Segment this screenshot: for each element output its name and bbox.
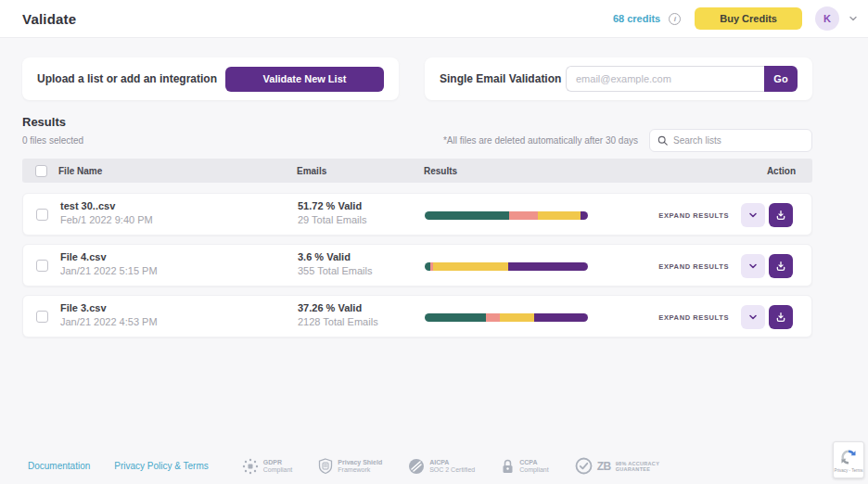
- single-email-input[interactable]: [566, 66, 764, 92]
- search-lists-input[interactable]: [673, 135, 804, 146]
- col-action: Action: [767, 166, 796, 176]
- chevron-down-icon: [747, 261, 759, 272]
- badge-line1: CCPA: [519, 459, 537, 465]
- privacy-shield-icon: [318, 458, 333, 475]
- header-right-cluster: 68 credits i Buy Credits K: [613, 6, 859, 31]
- search-lists-box: [649, 129, 812, 152]
- avatar[interactable]: K: [815, 6, 839, 31]
- emails-block: 3.6 % Valid 355 Total Emails: [298, 251, 373, 276]
- account-chevron-down-icon[interactable]: [848, 13, 859, 24]
- file-name: File 4.csv: [60, 251, 158, 262]
- credits-count[interactable]: 68 credits: [613, 13, 660, 24]
- ccpa-lock-icon: [501, 458, 515, 475]
- table-row: test 30..csv Feb/1 2022 9:40 PM 51.72 % …: [22, 193, 812, 236]
- col-results: Results: [424, 166, 457, 176]
- gdpr-dots-icon: [242, 458, 259, 475]
- ccpa-badge: CCPACompliant: [501, 458, 549, 475]
- row-download-button[interactable]: [769, 254, 793, 278]
- total-emails: 2128 Total Emails: [298, 316, 378, 327]
- aicpa-icon: [408, 458, 425, 475]
- valid-percent: 51.72 % Valid: [298, 200, 366, 211]
- file-name: test 30..csv: [60, 200, 153, 211]
- chevron-down-icon: [747, 312, 759, 323]
- go-button[interactable]: Go: [764, 66, 798, 92]
- recaptcha-icon: [839, 448, 858, 466]
- row-download-button[interactable]: [769, 305, 793, 329]
- single-email-input-group: Go: [566, 66, 798, 92]
- zb-check-icon: [575, 457, 593, 475]
- row-expand-button[interactable]: [741, 254, 765, 278]
- row-checkbox[interactable]: [36, 260, 48, 272]
- download-icon: [774, 311, 787, 324]
- search-icon: [657, 135, 668, 146]
- select-all-checkbox[interactable]: [35, 165, 47, 177]
- chevron-down-icon: [747, 210, 759, 221]
- row-checkbox[interactable]: [36, 311, 48, 323]
- expand-results-link[interactable]: EXPAND RESULTS: [658, 211, 729, 220]
- col-file-name: File Name: [58, 166, 102, 176]
- file-name-block: test 30..csv Feb/1 2022 9:40 PM: [60, 200, 153, 225]
- single-email-validation-card: Single Email Validation Go: [425, 57, 812, 100]
- validate-new-list-button[interactable]: Validate New List: [225, 67, 384, 92]
- upload-list-card: Upload a list or add an integration Vali…: [22, 57, 399, 100]
- files-selected-count: 0 files selected: [22, 135, 83, 146]
- download-icon: [774, 209, 787, 222]
- footer: Documentation Privacy Policy & Terms GDP…: [28, 457, 659, 475]
- zb-wordmark: ZB: [597, 460, 611, 473]
- buy-credits-button[interactable]: Buy Credits: [695, 7, 802, 30]
- badge-line2: Framework: [338, 466, 370, 473]
- table-row: File 3.csv Jan/21 2022 4:53 PM 37.26 % V…: [22, 295, 812, 338]
- emails-block: 51.72 % Valid 29 Total Emails: [298, 200, 366, 225]
- gdpr-badge: GDPRCompliant: [242, 458, 293, 475]
- col-emails: Emails: [297, 166, 326, 176]
- file-date: Jan/21 2022 4:53 PM: [60, 316, 158, 327]
- badge-line1: Privacy Shield: [338, 459, 382, 465]
- row-expand-button[interactable]: [741, 305, 765, 329]
- valid-percent: 37.26 % Valid: [298, 302, 378, 313]
- table-row: File 4.csv Jan/21 2022 5:15 PM 3.6 % Val…: [22, 244, 812, 287]
- file-date: Jan/21 2022 5:15 PM: [60, 265, 158, 276]
- action-cluster: EXPAND RESULTS: [658, 245, 793, 287]
- row-expand-button[interactable]: [741, 203, 765, 227]
- badge-line1: AICPA: [429, 459, 449, 465]
- documentation-link[interactable]: Documentation: [28, 461, 90, 471]
- action-cluster: EXPAND RESULTS: [658, 296, 793, 338]
- results-subrow: 0 files selected *All files are deleted …: [22, 128, 812, 152]
- zb-accuracy-line2: GUARANTEE: [616, 466, 651, 472]
- retention-note: *All files are deleted automatically aft…: [443, 135, 638, 146]
- top-header: Validate 68 credits i Buy Credits K: [0, 0, 868, 38]
- credits-info-icon[interactable]: i: [669, 13, 681, 25]
- privacy-policy-terms-link[interactable]: Privacy Policy & Terms: [114, 461, 209, 471]
- action-cluster: EXPAND RESULTS: [658, 194, 793, 236]
- file-date: Feb/1 2022 9:40 PM: [60, 214, 153, 225]
- file-name-block: File 4.csv Jan/21 2022 5:15 PM: [60, 251, 158, 276]
- total-emails: 29 Total Emails: [298, 214, 366, 225]
- file-name-block: File 3.csv Jan/21 2022 4:53 PM: [60, 302, 158, 327]
- file-name: File 3.csv: [60, 302, 158, 313]
- page-title: Validate: [22, 11, 76, 27]
- zb-accuracy-badge: ZB 98% ACCURACYGUARANTEE: [575, 457, 659, 475]
- download-icon: [774, 260, 787, 273]
- emails-block: 37.26 % Valid 2128 Total Emails: [298, 302, 378, 327]
- results-stacked-bar: [425, 313, 588, 322]
- compliance-badges: GDPRCompliant Privacy ShieldFramework AI…: [242, 457, 659, 475]
- results-subrow-right: *All files are deleted automatically aft…: [443, 129, 812, 152]
- valid-percent: 3.6 % Valid: [298, 251, 373, 262]
- row-download-button[interactable]: [769, 203, 793, 227]
- expand-results-link[interactable]: EXPAND RESULTS: [658, 313, 729, 322]
- badge-line2: SOC 2 Certified: [429, 466, 475, 473]
- total-emails: 355 Total Emails: [298, 265, 373, 276]
- table-header: File Name Emails Results Action: [22, 159, 812, 183]
- aicpa-badge: AICPASOC 2 Certified: [408, 458, 475, 475]
- row-checkbox[interactable]: [36, 209, 48, 221]
- expand-results-link[interactable]: EXPAND RESULTS: [658, 262, 729, 271]
- privacy-shield-badge: Privacy ShieldFramework: [318, 458, 382, 475]
- badge-line2: Compliant: [263, 466, 293, 473]
- recaptcha-badge[interactable]: Privacy - Terms: [833, 441, 864, 478]
- single-email-validation-label: Single Email Validation: [440, 72, 561, 85]
- badge-line2: Compliant: [519, 466, 549, 473]
- validate-page: Validate 68 credits i Buy Credits K Uplo…: [0, 0, 868, 484]
- results-stacked-bar: [425, 262, 588, 271]
- upload-list-label: Upload a list or add an integration: [37, 72, 217, 85]
- results-title: Results: [22, 115, 66, 129]
